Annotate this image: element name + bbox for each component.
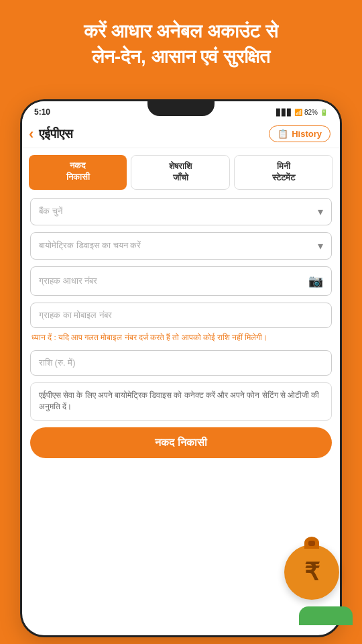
history-button[interactable]: 📋 History [269,125,330,142]
tab-nakad-label: नकदनिकासी [66,161,90,182]
tab-bar: नकदनिकासी शेषराशिजाँचो मिनीस्टेटमेंट [29,155,333,190]
tab-shesh-label: शेषराशिजाँचो [169,162,192,182]
bank-select-row[interactable]: बैंक चुनें ▾ [30,198,332,225]
heading-line1: करें आधार अनेबल अकाउंट से [84,21,278,42]
back-button[interactable]: ‹ [29,127,34,142]
app-header: ‹ एईपीएस 📋 History [22,120,340,148]
amount-placeholder: राशि (रु. में) [39,358,323,368]
money-bag-illustration: ₹ [299,573,353,625]
battery-icon: 🔋 [320,109,328,116]
battery-level: 82% [304,109,318,116]
biometric-dropdown-arrow: ▾ [318,239,323,252]
aadhaar-placeholder: ग्राहक आधार नंबर [39,276,308,286]
bag-tie [308,541,315,546]
warning-text: ध्यान दें : यदि आप गलत मोबाइल नंबर दर्ज … [30,332,332,343]
tab-mini-statement[interactable]: मिनीस्टेटमेंट [234,155,333,190]
submit-button[interactable]: नकद निकासी [30,427,332,458]
camera-icon: 📷 [308,274,323,288]
history-label: History [292,129,322,139]
bag-circle: ₹ [284,545,339,600]
network-icon: ▊▊▊ [276,109,292,116]
mobile-placeholder: ग्राहक का मोबाइल नंबर [39,310,323,321]
rupee-sign: ₹ [304,558,320,586]
form-area: बैंक चुनें ▾ बायोमेट्रिक डिवाइस का चयन क… [22,190,340,421]
biometric-select-row[interactable]: बायोमेट्रिक डिवाइस का चयन करें ▾ [30,232,332,260]
bank-dropdown-arrow: ▾ [318,205,323,218]
amount-input-row[interactable]: राशि (रु. में) [30,350,332,376]
aadhaar-input-row[interactable]: ग्राहक आधार नंबर 📷 [30,266,332,296]
top-heading: करें आधार अनेबल अकाउंट से लेन-देन, आसान … [0,19,362,70]
status-time: 5:10 [34,107,50,117]
info-text: एईपीएस सेवा के लिए अपने बायोमेट्रिक डिवा… [39,391,319,411]
hand-base [299,606,353,625]
tab-nakad-nikasi[interactable]: नकदनिकासी [29,155,127,190]
biometric-placeholder: बायोमेट्रिक डिवाइस का चयन करें [39,240,318,251]
mobile-input-row[interactable]: ग्राहक का मोबाइल नंबर [30,303,332,328]
wifi-icon: 📶 [294,109,302,116]
status-icons: ▊▊▊ 📶 82% 🔋 [276,109,328,116]
app-header-left: ‹ एईपीएस [29,127,73,142]
history-icon: 📋 [278,129,288,139]
tab-sheshkrashi[interactable]: शेषराशिजाँचो [131,155,230,190]
bank-placeholder: बैंक चुनें [39,206,318,217]
phone-notch [147,101,215,116]
tab-mini-label: मिनीस्टेटमेंट [272,162,295,182]
info-box: एईपीएस सेवा के लिए अपने बायोमेट्रिक डिवा… [30,382,332,421]
heading-line2: लेन-देन, आसान एवं सुरक्षित [92,46,270,67]
app-title: एईपीएस [39,127,73,142]
